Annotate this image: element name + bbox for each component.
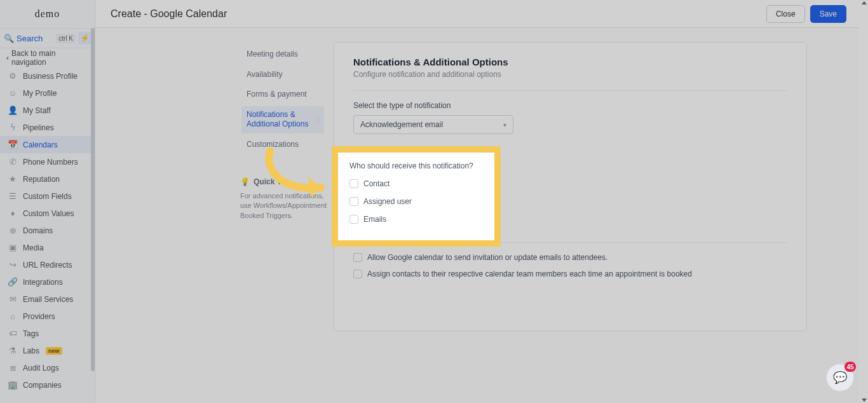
- divider: [353, 90, 787, 91]
- chat-button[interactable]: 💬 45: [826, 364, 854, 392]
- sidebar-item-label: Companies: [23, 381, 62, 390]
- scroll-down-icon[interactable]: [862, 399, 867, 402]
- search-button[interactable]: 🔍 Search: [4, 34, 53, 43]
- domains-icon: ⊕: [8, 226, 18, 235]
- pipelines-icon: ϟ: [8, 123, 18, 132]
- checkbox-google-invite[interactable]: Allow Google calendar to send invitation…: [353, 253, 787, 262]
- quick-action-button[interactable]: ⚡: [78, 32, 91, 44]
- chevron-left-icon: ‹: [6, 53, 9, 62]
- sidebar-item-label: Domains: [23, 226, 53, 235]
- select-value: Acknowledgement email: [360, 120, 443, 129]
- providers-icon: ⌂: [8, 311, 18, 321]
- topbar: Create - Google Calendar Close Save: [95, 0, 859, 28]
- quick-tip: 💡 Quick Tip For advanced notifications, …: [240, 177, 336, 221]
- sidebar-item-companies[interactable]: 🏢Companies: [0, 376, 95, 393]
- step-availability[interactable]: Availability: [241, 66, 324, 84]
- sidebar-item-domains[interactable]: ⊕Domains: [0, 222, 95, 239]
- chat-badge: 45: [844, 362, 856, 372]
- search-shortcut: ctrl K: [56, 34, 76, 43]
- sidebar-item-business-profile[interactable]: ⚙Business Profile: [0, 67, 95, 85]
- brand-logo: demo: [0, 0, 95, 28]
- sidebar-item-label: My Profile: [23, 89, 57, 98]
- search-label: Search: [17, 34, 43, 43]
- sidebar-nav: ⚙Business Profile☺My Profile👤My StaffϟPi…: [0, 67, 95, 393]
- chevron-down-icon: ▾: [503, 121, 506, 128]
- sidebar-item-my-profile[interactable]: ☺My Profile: [0, 85, 95, 102]
- extra-options: Allow Google calendar to send invitation…: [353, 253, 787, 278]
- back-label: Back to main navigation: [11, 49, 88, 67]
- notification-type-select[interactable]: Acknowledgement email ▾: [353, 115, 513, 134]
- labs-new-badge: new: [46, 347, 62, 355]
- sidebar-item-label: Business Profile: [23, 72, 78, 81]
- sidebar-item-integrations[interactable]: 🔗Integrations: [0, 273, 95, 290]
- sidebar-item-my-staff[interactable]: 👤My Staff: [0, 102, 95, 119]
- phone-numbers-icon: ✆: [8, 157, 18, 167]
- lightbulb-icon: 💡: [240, 177, 250, 188]
- checkbox-box: [353, 270, 362, 278]
- sidebar-item-label: Calendars: [23, 140, 58, 149]
- topbar-actions: Close Save: [766, 5, 846, 23]
- step-customizations[interactable]: Customizations: [241, 136, 324, 154]
- integrations-icon: 🔗: [8, 277, 18, 287]
- email-services-icon: ✉: [8, 294, 18, 304]
- sidebar-item-media[interactable]: ▣Media: [0, 239, 95, 256]
- quick-tip-text: For advanced notifications, use Workflow…: [240, 191, 336, 221]
- bolt-icon: ⚡: [80, 34, 90, 43]
- sidebar-item-tags[interactable]: 🏷Tags: [0, 325, 95, 342]
- checkbox-box: [353, 253, 362, 262]
- sidebar-item-label: Media: [23, 243, 44, 252]
- sidebar-item-audit-logs[interactable]: ≣Audit Logs: [0, 359, 95, 376]
- tags-icon: 🏷: [8, 329, 18, 338]
- sidebar-item-custom-values[interactable]: ♦Custom Values: [0, 205, 95, 222]
- sidebar-item-label: Reputation: [23, 175, 60, 184]
- checkbox-label: Allow Google calendar to send invitation…: [367, 253, 607, 262]
- sidebar-item-custom-fields[interactable]: ☰Custom Fields: [0, 188, 95, 205]
- reputation-icon: ★: [8, 174, 18, 184]
- step-meeting-details[interactable]: Meeting details: [241, 46, 324, 64]
- labs-icon: ⚗: [8, 346, 18, 355]
- sidebar-item-label: Integrations: [23, 278, 63, 287]
- sidebar-item-providers[interactable]: ⌂Providers: [0, 308, 95, 325]
- sidebar-item-calendars[interactable]: 📅Calendars: [0, 136, 95, 153]
- sidebar-item-email-services[interactable]: ✉Email Services: [0, 290, 95, 308]
- sidebar-item-label: Custom Fields: [23, 192, 72, 201]
- sidebar-item-pipelines[interactable]: ϟPipelines: [0, 119, 95, 136]
- sidebar-item-labs[interactable]: ⚗Labsnew: [0, 342, 95, 359]
- page-title: Create - Google Calendar: [111, 8, 227, 20]
- step-notifications-additional-options[interactable]: Notifications & Additional Options: [241, 106, 324, 133]
- sidebar: demo 🔍 Search ctrl K ⚡ ‹ Back to main na…: [0, 0, 95, 403]
- my-staff-icon: 👤: [8, 106, 18, 115]
- sidebar-item-label: Labs: [23, 346, 39, 355]
- search-icon: 🔍: [4, 34, 14, 43]
- sidebar-item-label: Tags: [23, 329, 39, 338]
- step-nav: Meeting detailsAvailabilityForms & payme…: [241, 46, 324, 156]
- back-link[interactable]: ‹ Back to main navigation: [0, 48, 95, 67]
- quick-tip-title: Quick Tip: [254, 177, 288, 188]
- close-button[interactable]: Close: [766, 5, 805, 23]
- media-icon: ▣: [8, 243, 18, 252]
- sidebar-item-label: Email Services: [23, 295, 73, 304]
- sidebar-item-label: My Staff: [23, 106, 51, 115]
- card-subtitle: Configure notification and additional op…: [353, 70, 787, 79]
- url-redirects-icon: ↪: [8, 260, 18, 270]
- sidebar-scrollbar[interactable]: [91, 28, 95, 371]
- sidebar-item-url-redirects[interactable]: ↪URL Redirects: [0, 256, 95, 273]
- chat-icon: 💬: [833, 371, 847, 385]
- sidebar-item-label: Custom Values: [23, 209, 74, 218]
- step-forms-payment[interactable]: Forms & payment: [241, 86, 324, 104]
- scroll-up-icon[interactable]: [862, 1, 867, 4]
- sidebar-item-label: Pipelines: [23, 123, 54, 132]
- sidebar-item-reputation[interactable]: ★Reputation: [0, 170, 95, 188]
- checkbox-label: Assign contacts to their respective cale…: [367, 270, 692, 278]
- select-label: Select the type of notification: [353, 101, 787, 110]
- sidebar-item-label: Providers: [23, 312, 55, 321]
- save-button[interactable]: Save: [810, 5, 846, 23]
- checkbox-assign-team[interactable]: Assign contacts to their respective cale…: [353, 270, 787, 278]
- sidebar-item-phone-numbers[interactable]: ✆Phone Numbers: [0, 153, 95, 170]
- card-title: Notifications & Additional Options: [353, 57, 787, 67]
- companies-icon: 🏢: [8, 380, 18, 390]
- sidebar-item-label: Audit Logs: [23, 364, 59, 372]
- audit-logs-icon: ≣: [8, 363, 18, 372]
- business-profile-icon: ⚙: [8, 71, 18, 81]
- sidebar-item-label: URL Redirects: [23, 261, 72, 270]
